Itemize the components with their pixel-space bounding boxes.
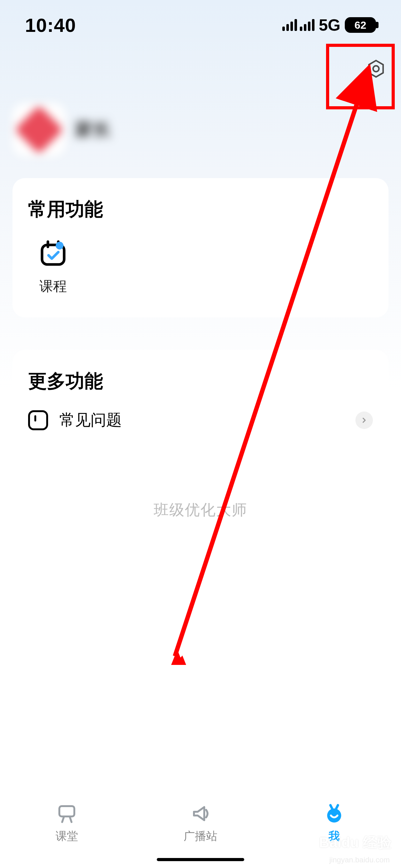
- signal-icon: [282, 19, 314, 31]
- nav-item-broadcast[interactable]: 广播站: [169, 802, 232, 844]
- svg-point-11: [327, 809, 341, 823]
- svg-line-9: [330, 805, 332, 809]
- status-right-cluster: 5G 62: [282, 16, 376, 34]
- network-label: 5G: [319, 16, 340, 34]
- common-functions-title: 常用功能: [28, 197, 373, 222]
- nav-item-classroom[interactable]: 课堂: [36, 802, 98, 844]
- settings-button[interactable]: [364, 56, 389, 81]
- status-bar: 10:40 5G 62: [0, 12, 401, 37]
- svg-point-4: [56, 242, 63, 250]
- settings-gear-icon: [365, 58, 387, 80]
- svg-rect-6: [59, 806, 74, 816]
- profile-name: 家长: [75, 118, 111, 142]
- profile-header[interactable]: 家长: [12, 103, 111, 156]
- status-time: 10:40: [25, 14, 76, 36]
- battery-level: 62: [355, 19, 366, 31]
- faq-icon: [28, 410, 48, 430]
- row-item-faq[interactable]: 常见问题: [28, 410, 373, 431]
- chevron-right-icon: [356, 411, 373, 429]
- function-item-course[interactable]: 课程: [28, 238, 78, 296]
- nav-label: 课堂: [56, 829, 78, 844]
- svg-line-10: [336, 805, 338, 809]
- home-indicator[interactable]: [157, 858, 244, 861]
- common-functions-card: 常用功能 课程: [12, 178, 389, 317]
- app-brand-label: 班级优化大师: [0, 500, 401, 520]
- battery-icon: 62: [345, 17, 376, 33]
- more-functions-title: 更多功能: [28, 369, 373, 394]
- row-label: 常见问题: [59, 410, 344, 431]
- broadcast-icon: [189, 802, 212, 825]
- nav-label: 广播站: [183, 829, 218, 844]
- svg-point-0: [373, 66, 379, 72]
- me-icon: [323, 802, 345, 825]
- more-functions-card: 更多功能 常见问题: [12, 350, 389, 453]
- avatar: [12, 103, 66, 156]
- calendar-check-icon: [37, 238, 69, 269]
- classroom-icon: [56, 802, 78, 825]
- watermark-sub: jingyan.baidu.com: [330, 856, 390, 864]
- watermark: Baidu 经验: [319, 833, 392, 852]
- function-label: 课程: [39, 277, 67, 296]
